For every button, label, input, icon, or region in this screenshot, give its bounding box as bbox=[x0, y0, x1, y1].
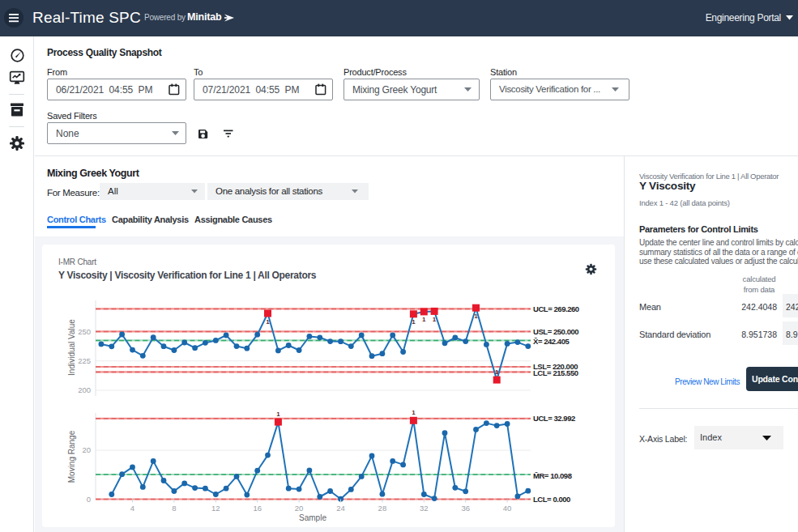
svg-text:32: 32 bbox=[420, 504, 429, 513]
svg-text:LCL= 0.000: LCL= 0.000 bbox=[533, 495, 570, 504]
svg-text:16: 16 bbox=[253, 504, 262, 513]
svg-text:Individual Value: Individual Value bbox=[67, 319, 76, 376]
svg-text:0: 0 bbox=[87, 495, 91, 504]
svg-text:1: 1 bbox=[474, 313, 478, 320]
svg-text:4: 4 bbox=[130, 504, 134, 513]
svg-text:M̄R= 10.098: M̄R= 10.098 bbox=[533, 471, 572, 480]
svg-text:LCL= 215.550: LCL= 215.550 bbox=[533, 368, 578, 377]
svg-text:1: 1 bbox=[495, 368, 499, 376]
svg-text:Moving Range: Moving Range bbox=[67, 430, 76, 483]
svg-text:40: 40 bbox=[503, 504, 512, 513]
svg-text:1: 1 bbox=[412, 318, 416, 326]
svg-text:UCL= 269.260: UCL= 269.260 bbox=[533, 304, 579, 313]
svg-text:X̄= 242.405: X̄= 242.405 bbox=[533, 337, 570, 346]
svg-text:1: 1 bbox=[412, 409, 416, 416]
svg-text:200: 200 bbox=[78, 385, 91, 394]
svg-text:1: 1 bbox=[422, 316, 426, 323]
svg-text:20: 20 bbox=[82, 445, 91, 454]
svg-text:1: 1 bbox=[276, 411, 280, 418]
svg-text:8: 8 bbox=[172, 504, 176, 513]
svg-text:24: 24 bbox=[336, 504, 345, 513]
svg-text:UCL= 32.992: UCL= 32.992 bbox=[533, 414, 575, 423]
svg-text:28: 28 bbox=[378, 504, 387, 513]
svg-text:1: 1 bbox=[266, 318, 270, 326]
svg-text:20: 20 bbox=[295, 504, 304, 513]
svg-text:Sample: Sample bbox=[299, 513, 326, 522]
svg-text:250: 250 bbox=[78, 327, 91, 336]
svg-text:USL= 250.000: USL= 250.000 bbox=[533, 327, 578, 336]
svg-text:225: 225 bbox=[78, 356, 91, 365]
svg-text:36: 36 bbox=[461, 504, 470, 513]
svg-text:1: 1 bbox=[433, 316, 437, 323]
svg-text:12: 12 bbox=[211, 504, 220, 513]
